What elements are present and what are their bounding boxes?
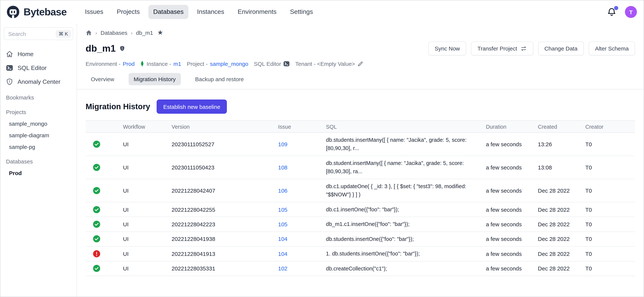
issue-link[interactable]: 109 (278, 141, 288, 147)
success-status-icon (93, 265, 100, 272)
sql-cell: db.c1.insertOne({"foo": "bar"}); (326, 202, 486, 217)
transfer-project-button[interactable]: Transfer Project (471, 42, 533, 55)
issue-cell: 105 (278, 221, 326, 227)
status-cell (86, 187, 123, 194)
version-cell: 20230111052527 (172, 141, 278, 147)
breadcrumb-db-m1[interactable]: db_m1 (136, 29, 153, 36)
nav-issues[interactable]: Issues (80, 5, 108, 19)
sidebar: Search ⌘ K HomeSQL EditorAnomaly Center … (0, 24, 77, 297)
meta-label: SQL Editor (254, 61, 281, 67)
meta-value-link[interactable]: m1 (174, 61, 181, 67)
meta-project[interactable]: Project -sample_mongo (187, 61, 248, 67)
meta-tenant-empty-value[interactable]: Tenant - <Empty Value> (295, 61, 363, 67)
search-shortcut-kbd: ⌘ K (56, 30, 71, 38)
issue-cell: 108 (278, 164, 326, 171)
version-cell: 20221228041938 (172, 236, 278, 242)
table-row[interactable]: UI20221228035331102db.createCollection("… (86, 261, 635, 276)
breadcrumb-separator: › (131, 29, 132, 36)
issue-cell: 106 (278, 187, 326, 194)
sidebar-section-databases: Databases (0, 156, 76, 167)
meta-value-link[interactable]: Prod (123, 61, 134, 67)
column-header-creator: Creator (585, 124, 635, 130)
meta-label: Tenant - <Empty Value> (295, 61, 355, 67)
column-header-duration: Duration (486, 124, 538, 130)
tab-bar: OverviewMigration HistoryBackup and rest… (77, 73, 644, 89)
bookmark-star-icon[interactable]: ★ (157, 29, 163, 36)
issue-link[interactable]: 102 (278, 265, 288, 272)
brand-name: Bytebase (24, 6, 67, 18)
sidebar-item-sample-pg[interactable]: sample-pg (0, 141, 76, 153)
version-cell: 20230111050423 (172, 164, 278, 171)
sidebar-item-sample-mongo[interactable]: sample_mongo (0, 118, 76, 129)
alter-schema-button[interactable]: Alter Schema (589, 42, 635, 55)
created-cell: Dec 28 2022 (538, 221, 585, 227)
avatar[interactable]: T (625, 6, 637, 18)
workflow-cell: UI (123, 164, 172, 171)
notifications-button[interactable] (606, 7, 617, 17)
table-row[interactable]: UI20221228041938104db.students.insertOne… (86, 232, 635, 247)
duration-cell: a few seconds (486, 141, 538, 147)
table-row[interactable]: UI20230111052527109db.students.insertMan… (86, 133, 635, 156)
table-header: WorkflowVersionIssueSQLDurationCreatedCr… (86, 120, 635, 133)
tab-migration-history[interactable]: Migration History (128, 73, 181, 85)
shield-alert-icon (6, 78, 13, 85)
sidebar-item-anomaly-center[interactable]: Anomaly Center (0, 75, 76, 89)
nav-projects[interactable]: Projects (112, 5, 145, 19)
issue-link[interactable]: 105 (278, 221, 288, 227)
duration-cell: a few seconds (486, 206, 538, 213)
button-label: Alter Schema (595, 45, 629, 52)
sidebar-item-sample-diagram[interactable]: sample-diagram (0, 129, 76, 141)
terminal-icon[interactable] (283, 61, 290, 67)
issue-link[interactable]: 104 (278, 236, 288, 242)
meta-sql-editor[interactable]: SQL Editor (254, 61, 290, 67)
migration-history-table: WorkflowVersionIssueSQLDurationCreatedCr… (86, 120, 635, 276)
meta-instance[interactable]: Instance -m1 (140, 61, 181, 67)
meta-environment[interactable]: Environment -Prod (86, 61, 134, 67)
home-icon[interactable] (86, 29, 92, 36)
tab-overview[interactable]: Overview (86, 73, 120, 85)
notification-dot (614, 6, 618, 10)
issue-link[interactable]: 105 (278, 206, 288, 213)
nav-databases[interactable]: Databases (148, 5, 188, 19)
issue-link[interactable]: 104 (278, 251, 288, 257)
search-placeholder: Search (8, 31, 26, 37)
meta-value-link[interactable]: sample_mongo (210, 61, 248, 67)
search-input[interactable]: Search ⌘ K (4, 27, 73, 40)
table-row[interactable]: UI20221228042255105db.c1.insertOne({"foo… (86, 202, 635, 217)
nav-instances[interactable]: Instances (192, 5, 229, 19)
section-title: Migration History (86, 102, 150, 111)
created-cell: 13:26 (538, 141, 585, 147)
change-data-button[interactable]: Change Data (538, 42, 584, 55)
brand[interactable]: Bytebase (6, 5, 67, 19)
success-status-icon (93, 235, 100, 242)
pencil-icon[interactable] (357, 61, 363, 67)
issue-link[interactable]: 108 (278, 164, 288, 171)
created-cell: Dec 28 2022 (538, 265, 585, 272)
table-row[interactable]: UI202212280419131041. db.students.insert… (86, 246, 635, 261)
establish-baseline-button[interactable]: Establish new baseline (156, 100, 227, 114)
sidebar-item-home[interactable]: Home (0, 47, 76, 61)
button-label: Change Data (544, 45, 578, 52)
sidebar-nav: HomeSQL EditorAnomaly Center (0, 47, 76, 89)
table-row[interactable]: UI20221228042407106db.c1.updateOne( { _i… (86, 179, 635, 202)
status-cell (86, 164, 123, 171)
created-cell: Dec 28 2022 (538, 251, 585, 257)
table-row[interactable]: UI20221228042223105db_m1.c1.insertOne({"… (86, 217, 635, 232)
tab-backup-and-restore[interactable]: Backup and restore (190, 73, 249, 85)
nav-environments[interactable]: Environments (233, 5, 282, 19)
table-row[interactable]: UI20230111050423108db.student.insertMany… (86, 156, 635, 179)
nav-settings[interactable]: Settings (285, 5, 318, 19)
page-title: db_m1 (86, 43, 116, 54)
header-right: T (606, 6, 638, 18)
workflow-cell: UI (123, 265, 172, 272)
sync-now-button[interactable]: Sync Now (428, 42, 466, 55)
issue-link[interactable]: 106 (278, 187, 288, 194)
breadcrumb: › Databases › db_m1 ★ (86, 29, 635, 36)
sidebar-item-prod[interactable]: Prod (0, 167, 76, 179)
workflow-cell: UI (123, 141, 172, 147)
created-cell: Dec 28 2022 (538, 236, 585, 242)
workflow-cell: UI (123, 236, 172, 242)
sidebar-item-sql-editor[interactable]: SQL Editor (0, 61, 76, 75)
sql-cell: db.student.insertMany([ { name: "Jacika"… (326, 156, 486, 179)
breadcrumb-databases[interactable]: Databases (100, 29, 127, 36)
